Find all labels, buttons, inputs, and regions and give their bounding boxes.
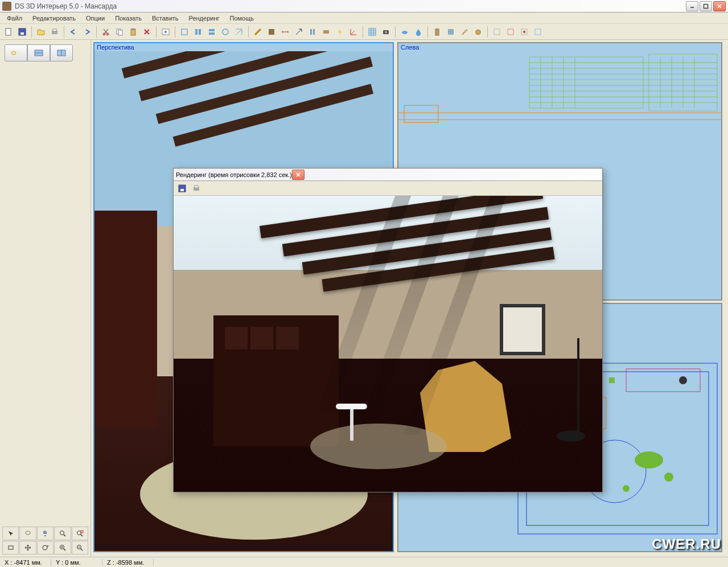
svg-line-53 [64, 535, 65, 536]
wall-button[interactable] [320, 26, 332, 38]
door-button[interactable] [431, 26, 443, 38]
nav-rotate-button[interactable] [37, 541, 54, 554]
texture-button[interactable] [265, 26, 278, 38]
arrow-button[interactable] [293, 26, 305, 38]
svg-point-51 [26, 531, 30, 535]
window-controls [686, 1, 726, 11]
copy-button[interactable] [113, 26, 126, 38]
menu-show[interactable]: Показать [110, 14, 146, 23]
window-button[interactable] [445, 26, 457, 38]
render-print-button[interactable] [190, 182, 203, 195]
statusbar: X : -8471 мм. Y : 0 мм. Z : -8598 мм. [0, 557, 728, 567]
save-button[interactable] [16, 26, 28, 38]
window-title: DS 3D Интерьер 5.0 - Мансарда [15, 2, 686, 10]
nav-lasso-button[interactable] [19, 527, 36, 540]
measure-button[interactable] [252, 26, 264, 38]
svg-rect-41 [494, 29, 500, 35]
tool-d[interactable] [219, 26, 232, 38]
dimension-button[interactable] [279, 26, 291, 38]
mode-floor-button[interactable] [27, 44, 50, 61]
delete-button[interactable] [141, 26, 153, 38]
svg-rect-14 [132, 28, 134, 30]
maximize-button[interactable] [700, 1, 712, 11]
menu-edit[interactable]: Редактировать [28, 14, 80, 23]
svg-point-44 [523, 31, 525, 33]
render-toolbar [174, 181, 602, 196]
svg-rect-12 [118, 30, 122, 35]
svg-rect-26 [310, 29, 312, 35]
menu-insert[interactable]: Вставить [147, 14, 183, 23]
snap-point-button[interactable] [518, 26, 530, 38]
mode-wall-button[interactable] [50, 44, 73, 61]
nav-zoom-in-button[interactable] [54, 541, 71, 554]
nav-zoom-out-button[interactable] [72, 541, 88, 554]
drop-button[interactable] [412, 26, 425, 38]
new-file-button[interactable] [2, 26, 15, 38]
svg-point-24 [223, 29, 228, 35]
menubar: Файл Редактировать Опции Показать Встави… [0, 13, 728, 24]
undo-button[interactable] [67, 26, 80, 38]
grid-button[interactable] [366, 26, 379, 38]
svg-rect-25 [269, 29, 274, 35]
svg-rect-1 [704, 4, 708, 8]
tool-e[interactable] [233, 26, 245, 38]
nav-zoom-button[interactable] [54, 527, 71, 540]
svg-rect-42 [508, 29, 513, 35]
render-close-button[interactable] [292, 170, 305, 180]
app-icon [2, 2, 11, 11]
status-y: Y : 0 мм. [51, 559, 102, 566]
snap-grid-button[interactable] [491, 26, 503, 38]
tool-c[interactable] [205, 26, 218, 38]
snap-angle-button[interactable] [532, 26, 544, 38]
preview-button[interactable] [159, 26, 172, 38]
svg-point-93 [635, 451, 663, 469]
svg-line-55 [81, 535, 83, 536]
stairs-button[interactable] [458, 26, 471, 38]
columns-button[interactable] [306, 26, 319, 38]
snap-object-button[interactable] [504, 26, 517, 38]
render-window[interactable]: Рендеринг (время отрисовки 2,832 сек.) [173, 168, 603, 492]
navigation-panel [0, 524, 91, 557]
svg-rect-8 [53, 29, 56, 31]
cloud-button[interactable] [398, 26, 411, 38]
nav-rect-button[interactable] [2, 541, 19, 554]
svg-point-96 [679, 376, 687, 384]
svg-rect-23 [209, 32, 215, 35]
folder-button[interactable] [35, 26, 47, 38]
sidebar [0, 40, 91, 557]
svg-rect-28 [323, 30, 329, 34]
main-toolbar [0, 24, 728, 40]
tool-b[interactable] [192, 26, 204, 38]
content-area: Перспектива Слева [0, 40, 728, 557]
bolt-button[interactable] [334, 26, 346, 38]
paste-button[interactable] [127, 26, 139, 38]
menu-help[interactable]: Помощь [225, 14, 259, 23]
render-save-button[interactable] [176, 182, 188, 195]
svg-point-36 [402, 31, 408, 34]
render-title: Рендеринг (время отрисовки 2,832 сек.) [176, 171, 292, 178]
close-button[interactable] [713, 1, 726, 11]
mode-flashlight-button[interactable] [5, 44, 27, 61]
svg-rect-103 [195, 186, 198, 188]
menu-file[interactable]: Файл [2, 14, 27, 23]
menu-options[interactable]: Опции [81, 14, 109, 23]
tool-a[interactable] [178, 26, 191, 38]
minimize-button[interactable] [686, 1, 698, 11]
nav-pan-button[interactable] [37, 527, 54, 540]
render-titlebar[interactable]: Рендеринг (время отрисовки 2,832 сек.) [174, 169, 602, 181]
cut-button[interactable] [100, 26, 112, 38]
axis-button[interactable] [347, 26, 360, 38]
nav-move-button[interactable] [19, 541, 36, 554]
camera-button[interactable] [380, 26, 392, 38]
menu-render[interactable]: Рендеринг [184, 14, 224, 23]
svg-rect-6 [20, 32, 24, 35]
print-button[interactable] [48, 26, 61, 38]
redo-button[interactable] [81, 26, 93, 38]
nav-zoom-extent-button[interactable] [72, 527, 88, 540]
svg-rect-97 [609, 377, 615, 383]
svg-rect-27 [313, 29, 315, 35]
svg-point-54 [77, 531, 81, 535]
cube-button[interactable] [472, 26, 484, 38]
svg-rect-19 [182, 29, 187, 35]
nav-select-button[interactable] [2, 527, 19, 540]
